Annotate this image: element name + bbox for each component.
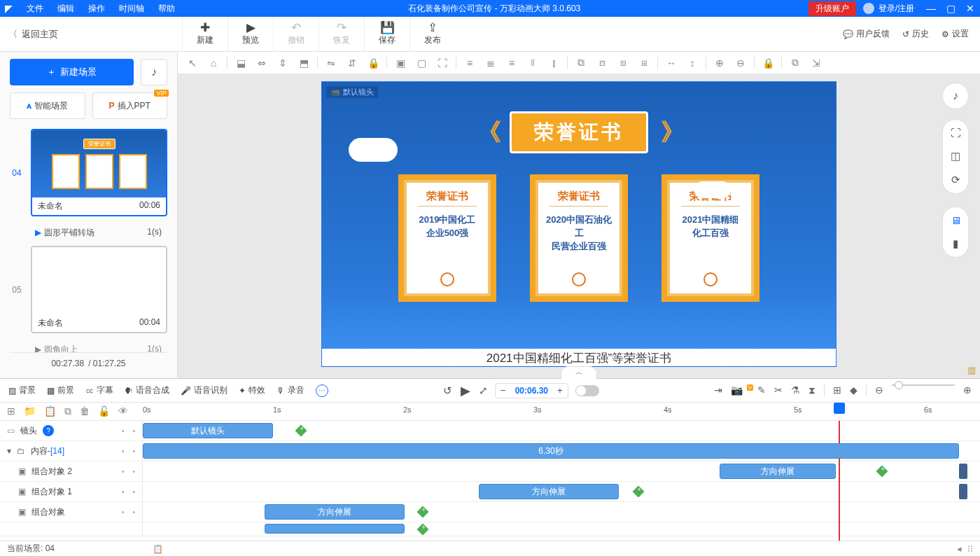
lock-canvas-icon[interactable]: 🔒 — [760, 57, 776, 69]
playhead-handle[interactable] — [834, 403, 845, 414]
zoom-out-icon[interactable]: ⊖ — [733, 57, 748, 69]
tab-record[interactable]: 🎙录音 — [276, 384, 304, 396]
clip-direction-extend[interactable]: 方向伸展 — [265, 504, 405, 520]
distribute-v-icon[interactable]: ⫿ — [546, 57, 561, 69]
keyframe-add[interactable] — [295, 425, 307, 437]
paste-icon[interactable]: 📋 — [44, 405, 56, 417]
lock-icon[interactable]: 🔒 — [365, 57, 381, 69]
tab-asr[interactable]: 🎤语音识别 — [181, 384, 227, 396]
align-center-icon[interactable]: ≣ — [483, 57, 498, 69]
add-track-icon[interactable]: ⊞ — [833, 384, 841, 396]
zoom-out-timeline-icon[interactable]: ⊖ — [875, 384, 883, 396]
toolbar-new-button[interactable]: ✚新建 — [182, 17, 227, 52]
clip-direction-extend[interactable]: 方向伸展 — [720, 464, 836, 479]
transition-play-icon[interactable]: ▶ — [35, 228, 41, 237]
width-icon[interactable]: ↔ — [664, 57, 679, 69]
toolbar-publish-button[interactable]: ⇪发布 — [410, 17, 455, 52]
clip-partial[interactable] — [265, 524, 405, 534]
copy-icon[interactable]: ⧉ — [788, 57, 803, 69]
time-stepper[interactable]: − 00:06.30 + — [495, 383, 568, 398]
device-mobile-icon[interactable]: ▮ — [953, 237, 958, 250]
chevron-down-icon[interactable]: ▾ — [7, 446, 11, 456]
device-desktop-icon[interactable]: 🖥 — [951, 214, 961, 226]
toolbar-preview-button[interactable]: ▶预览 — [227, 17, 273, 52]
track-dot[interactable]: • — [122, 427, 125, 435]
track-dot[interactable]: • — [122, 508, 125, 516]
back-home-button[interactable]: 〈 返回主页 — [0, 28, 182, 41]
filter-icon[interactable]: ⚗ — [791, 384, 800, 396]
edit-icon[interactable]: ✎ — [757, 384, 766, 396]
align-left-icon[interactable]: ≡ — [462, 57, 477, 69]
window-close-icon[interactable]: ✕ — [960, 3, 980, 14]
link-icon[interactable]: ⧗ — [808, 384, 816, 396]
time-minus-button[interactable]: − — [496, 385, 511, 396]
track-dot[interactable]: • — [122, 468, 125, 475]
fullscreen-icon[interactable]: ⛶ — [951, 127, 961, 139]
cursor-tool-icon[interactable]: ↖ — [185, 57, 200, 69]
history-button[interactable]: ↺历史 — [902, 28, 929, 40]
rewind-icon[interactable]: ↺ — [443, 384, 452, 397]
trash-icon[interactable]: 🗑 — [80, 405, 90, 417]
expand-icon[interactable]: ⤢ — [479, 384, 488, 397]
user-feedback-button[interactable]: 💬用户反馈 — [843, 28, 890, 40]
send-backward-icon[interactable]: ⧇ — [615, 57, 631, 69]
new-folder-icon[interactable]: 📁 — [24, 405, 36, 417]
flip-h-icon[interactable]: ⇋ — [323, 57, 339, 69]
group-icon[interactable]: ▣ — [393, 57, 408, 69]
clip-direction-extend[interactable]: 方向伸展 — [479, 484, 619, 499]
align-top-icon[interactable]: ⬒ — [296, 57, 312, 69]
ungroup-icon[interactable]: ▢ — [414, 57, 429, 69]
keyframe-add[interactable] — [417, 506, 429, 518]
tab-fx[interactable]: ✦特效 — [239, 384, 265, 396]
transition-play-icon[interactable]: ▶ — [35, 345, 41, 352]
align-middle-icon[interactable]: ⇕ — [275, 57, 290, 69]
upgrade-account-button[interactable]: 升级账户 — [808, 1, 856, 16]
keyframe-in-icon[interactable]: ⇥ — [714, 384, 722, 396]
scene-thumbnail-04[interactable]: 荣誉证书 未命名 00:06 — [31, 129, 167, 216]
zoom-slider[interactable] — [892, 384, 955, 386]
snap-toggle[interactable] — [575, 385, 599, 396]
keyframe-add[interactable] — [417, 524, 429, 536]
menu-help[interactable]: 帮助 — [153, 3, 181, 15]
add-group-icon[interactable]: ⊞ — [7, 405, 15, 417]
clip-end[interactable] — [959, 464, 967, 479]
login-button[interactable]: 登录/注册 — [856, 3, 921, 15]
bring-front-icon[interactable]: ⧉ — [573, 57, 589, 69]
align-bottom-icon[interactable]: ⬓ — [233, 57, 248, 69]
keyframe-add[interactable] — [876, 466, 888, 478]
smart-scene-button[interactable]: ᴀ 智能场景 — [10, 92, 85, 119]
snapshot-icon[interactable]: 📷V — [731, 384, 749, 396]
flip-v-icon[interactable]: ⇵ — [344, 57, 360, 69]
help-badge-icon[interactable]: ? — [43, 425, 54, 436]
window-minimize-icon[interactable]: — — [921, 3, 941, 14]
lock-track-icon[interactable]: 🔓 — [98, 405, 110, 417]
certificate-card[interactable]: 荣誉证书2019中国化工 企业500强 — [398, 174, 496, 302]
stage[interactable]: 📹默认镜头 《 荣誉证书 》 荣誉证书2019中国化工 企业500强荣誉证书20… — [321, 81, 836, 367]
tab-foreground[interactable]: ▩前景 — [47, 384, 74, 396]
crop-icon[interactable]: ⛶ — [435, 57, 450, 69]
more-tabs-button[interactable]: ⋯ — [316, 384, 328, 397]
menu-file[interactable]: 文件 — [21, 3, 49, 15]
tab-subtitle[interactable]: ㏄字幕 — [85, 384, 113, 396]
track-dot[interactable]: • — [122, 447, 125, 455]
content-clip[interactable]: 6.30秒 — [143, 443, 959, 459]
track-dot[interactable]: • — [122, 488, 125, 496]
track-dot[interactable]: • — [132, 447, 135, 455]
camera-clip[interactable]: 默认镜头 — [143, 423, 273, 438]
align-center-h-icon[interactable]: ⇔ — [254, 57, 270, 69]
keyframe-add[interactable] — [633, 486, 645, 498]
insert-ppt-button[interactable]: P 插入PPT VIP — [92, 92, 168, 119]
marker-icon[interactable]: ◆ — [850, 384, 858, 396]
certificate-card[interactable]: 荣誉证书2020中国石油化工 民营企业百强 — [530, 174, 628, 302]
canvas-area[interactable]: 📹默认镜头 《 荣誉证书 》 荣誉证书2019中国化工 企业500强荣誉证书20… — [178, 74, 980, 378]
align-right-icon[interactable]: ≡ — [504, 57, 519, 69]
menu-edit[interactable]: 编辑 — [52, 3, 80, 15]
home-icon[interactable]: ⌂ — [206, 57, 221, 69]
visibility-icon[interactable]: 👁 — [118, 405, 128, 417]
zoom-in-timeline-icon[interactable]: ⊕ — [963, 384, 972, 396]
track-dot[interactable]: • — [132, 468, 135, 475]
play-icon[interactable]: ▶ — [461, 383, 470, 398]
settings-button[interactable]: ⚙设置 — [941, 28, 969, 40]
music-fab[interactable]: ♪ — [942, 83, 969, 109]
track-dot[interactable]: • — [132, 508, 135, 516]
